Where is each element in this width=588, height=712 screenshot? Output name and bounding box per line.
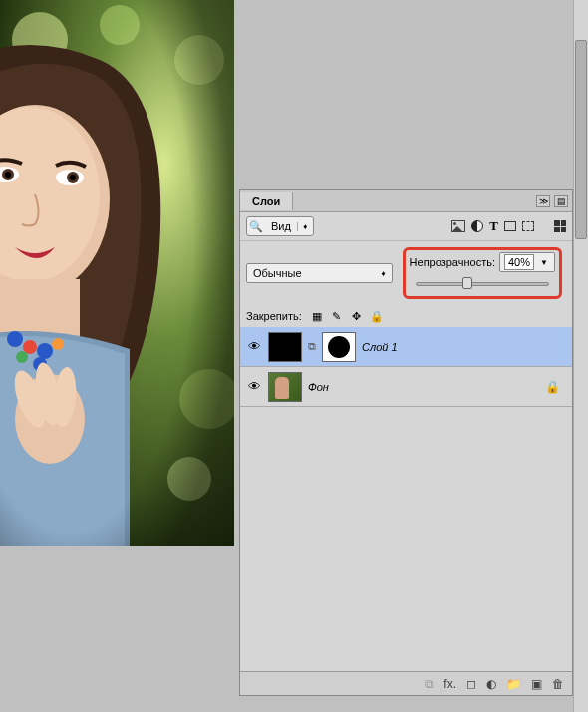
opacity-label: Непрозрачность:: [410, 256, 495, 268]
panel-tabbar: Слои ≫ ▤: [240, 190, 572, 212]
scrollbar-thumb[interactable]: [575, 40, 587, 239]
adjustment-layer-icon[interactable]: ◐: [486, 677, 496, 691]
lock-move-icon[interactable]: ✥: [350, 309, 364, 323]
opacity-field[interactable]: 40% ▼: [499, 252, 555, 272]
layer-filter-select[interactable]: 🔍 Вид ♦: [246, 216, 314, 236]
blend-opacity-row: Обычные ♦ Непрозрачность: 40% ▼: [240, 241, 572, 305]
visibility-eye-icon[interactable]: 👁: [246, 379, 262, 394]
opacity-value[interactable]: 40%: [504, 254, 534, 270]
filter-shape-icon[interactable]: [504, 221, 516, 231]
lock-all-icon[interactable]: 🔒: [370, 309, 384, 323]
layer-row[interactable]: 👁 ⧉ Слой 1: [240, 327, 572, 367]
slider-track: [416, 282, 549, 286]
layer-thumbnail[interactable]: [268, 332, 302, 362]
layer-thumbnail[interactable]: [268, 372, 302, 402]
chevron-updown-icon: ♦: [381, 269, 385, 278]
chevron-updown-icon: ♦: [297, 222, 313, 231]
new-layer-icon[interactable]: ▣: [531, 677, 542, 691]
lock-row: Закрепить: ▦ ✎ ✥ 🔒: [240, 305, 572, 327]
link-layers-icon[interactable]: ⧉: [425, 677, 434, 691]
panel-menu-icon[interactable]: ▤: [554, 195, 568, 207]
layer-name[interactable]: Слой 1: [362, 341, 398, 353]
tab-layers[interactable]: Слои: [240, 192, 293, 210]
canvas-photo: [0, 0, 234, 546]
lock-label: Закрепить:: [246, 310, 302, 322]
filter-adjustment-icon[interactable]: [471, 220, 483, 232]
search-icon: 🔍: [247, 220, 265, 233]
add-mask-icon[interactable]: ◻: [466, 677, 476, 691]
lock-transparent-icon[interactable]: ▦: [310, 309, 324, 323]
layers-panel: Слои ≫ ▤ 🔍 Вид ♦ T: [239, 189, 573, 696]
blend-mode-select[interactable]: Обычные ♦: [246, 263, 393, 283]
filter-smart-icon[interactable]: [522, 221, 534, 231]
lock-brush-icon[interactable]: ✎: [330, 309, 344, 323]
chevron-down-icon[interactable]: ▼: [538, 258, 550, 267]
lock-icon: 🔒: [545, 380, 560, 394]
svg-rect-25: [0, 0, 234, 546]
panel-footer: ⧉ fx. ◻ ◐ 📁 ▣ 🗑: [240, 671, 572, 695]
image-canvas[interactable]: [0, 0, 234, 546]
delete-layer-icon[interactable]: 🗑: [552, 677, 564, 691]
filter-label: Вид: [265, 220, 297, 232]
vertical-scrollbar[interactable]: [573, 0, 588, 712]
filter-row: 🔍 Вид ♦ T: [240, 212, 572, 241]
filter-toggle-icon[interactable]: [554, 220, 566, 232]
opacity-highlight: Непрозрачность: 40% ▼: [403, 247, 562, 299]
layer-name[interactable]: Фон: [308, 381, 329, 393]
visibility-eye-icon[interactable]: 👁: [246, 339, 262, 354]
layers-list: 👁 ⧉ Слой 1 👁 Фон 🔒: [240, 327, 572, 666]
mask-link-icon[interactable]: ⧉: [308, 340, 316, 353]
filter-pixel-icon[interactable]: [451, 220, 465, 232]
slider-thumb[interactable]: [462, 277, 472, 289]
blend-mode-value: Обычные: [253, 267, 302, 279]
workspace: Слои ≫ ▤ 🔍 Вид ♦ T: [0, 0, 588, 712]
layer-row[interactable]: 👁 Фон 🔒: [240, 367, 572, 407]
panel-expand-icon[interactable]: ≫: [536, 195, 550, 207]
new-group-icon[interactable]: 📁: [506, 677, 521, 691]
opacity-slider[interactable]: [410, 276, 555, 292]
layer-fx-icon[interactable]: fx.: [443, 677, 456, 691]
filter-type-icon[interactable]: T: [489, 218, 498, 234]
layer-mask-thumbnail[interactable]: [322, 332, 356, 362]
